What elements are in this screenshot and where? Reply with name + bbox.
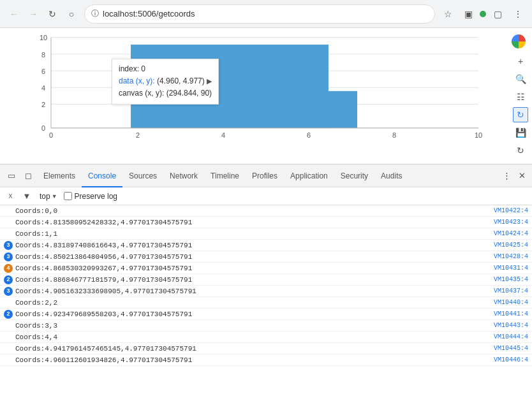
log-source[interactable]: VM10435:4 xyxy=(494,276,528,283)
svg-text:4: 4 xyxy=(221,131,225,139)
table-row: Coords:1,1VM10424:4 xyxy=(0,228,532,240)
table-row: Coords:0,0VM10422:4 xyxy=(0,205,532,217)
log-source[interactable]: VM10444:4 xyxy=(494,333,528,340)
table-row: 2Coords:4.923479689558203,4.977017304575… xyxy=(0,309,532,320)
console-log[interactable]: Coords:0,0VM10422:4Coords:4.813580952428… xyxy=(0,205,532,401)
tab-application[interactable]: Application xyxy=(284,164,334,187)
filter-dropdown[interactable]: top ▼ xyxy=(37,191,60,202)
browser-chrome: ← → ↻ ○ ⓘ localhost:5006/getcoords ☆ ▣ ▢… xyxy=(0,0,532,28)
devtools-header: ▭ ◻ Elements Console Sources Network Tim… xyxy=(0,164,532,187)
chart-toolbar: + 🔍 ☷ ↻ 💾 ↻ xyxy=(513,54,528,158)
log-text: Coords:4.868530320993267,4.9770173045757… xyxy=(15,265,192,272)
log-text: Coords:4.886846777181579,4.9770173045757… xyxy=(15,276,192,284)
log-badge: 3 xyxy=(4,252,13,261)
lock-icon: ⓘ xyxy=(91,8,99,19)
preserve-log-label[interactable]: Preserve log xyxy=(64,192,117,201)
svg-text:2: 2 xyxy=(136,131,140,139)
status-dot xyxy=(480,11,486,17)
log-source[interactable]: VM10440:4 xyxy=(494,299,528,306)
log-badge: 2 xyxy=(4,275,13,284)
inspect-element-button[interactable]: ▭ xyxy=(4,168,19,184)
svg-text:10: 10 xyxy=(475,131,482,139)
log-text: Coords:2,2 xyxy=(15,299,57,307)
address-bar[interactable]: ⓘ localhost:5006/getcoords xyxy=(84,4,435,24)
filter-button[interactable]: ▼ xyxy=(20,190,33,203)
log-badge: 3 xyxy=(4,241,13,250)
settings-icon[interactable]: ☷ xyxy=(513,89,528,105)
table-row: Coords:4,4VM10444:4 xyxy=(0,332,532,343)
log-badge: 4 xyxy=(4,264,13,273)
table-row: 2Coords:4.886846777181579,4.977017304575… xyxy=(0,274,532,286)
log-source[interactable]: VM10443:4 xyxy=(494,322,528,329)
table-row: 3Coords:4.850213864804956,4.977017304575… xyxy=(0,251,532,263)
log-text: Coords:0,0 xyxy=(15,207,57,215)
log-source[interactable]: VM10423:4 xyxy=(494,219,528,226)
forward-button[interactable]: → xyxy=(24,5,42,23)
table-row: Coords:3,3VM10443:4 xyxy=(0,320,532,332)
preserve-log-checkbox[interactable] xyxy=(64,192,72,200)
log-source[interactable]: VM10424:4 xyxy=(494,230,528,237)
chart-svg: 10 8 6 4 2 0 0 2 4 6 8 10 xyxy=(32,34,500,145)
log-source[interactable]: VM10445:4 xyxy=(494,345,528,352)
home-button[interactable]: ○ xyxy=(63,5,80,23)
log-text: Coords:3,3 xyxy=(15,322,57,330)
svg-text:0: 0 xyxy=(41,125,45,133)
save-icon[interactable]: 💾 xyxy=(513,125,528,140)
table-row: Coords:4.813580952428332,4.9770173045757… xyxy=(0,217,532,228)
log-text: Coords:4,4 xyxy=(15,333,57,341)
back-button[interactable]: ← xyxy=(5,5,23,23)
rotate-icon[interactable]: ↻ xyxy=(513,107,528,122)
extension-icon xyxy=(512,34,526,48)
table-row: Coords:4.941796145746514​5,4.97701730457… xyxy=(0,343,532,354)
log-text: Coords:1,1 xyxy=(15,230,57,238)
cast-button[interactable]: ▣ xyxy=(459,5,477,23)
filter-text: top xyxy=(40,192,50,201)
svg-text:8: 8 xyxy=(392,131,396,139)
table-row: Coords:4.960112601934826,4.9770173045757… xyxy=(0,354,532,366)
log-source[interactable]: VM10446:4 xyxy=(494,356,528,363)
log-source[interactable]: VM10428:4 xyxy=(494,253,528,260)
tab-timeline[interactable]: Timeline xyxy=(204,164,246,187)
tab-network[interactable]: Network xyxy=(163,164,204,187)
tab-security[interactable]: Security xyxy=(334,164,374,187)
log-text: Coords:4.905163233​3698905,4.97701730457… xyxy=(15,288,196,295)
log-source[interactable]: VM10422:4 xyxy=(494,207,528,214)
devtools-left-icons: ▭ ◻ xyxy=(3,168,37,184)
table-row: Coords:2,2VM10440:4 xyxy=(0,297,532,309)
table-row: 3Coords:4.905163233​3698905,4.9770173045… xyxy=(0,286,532,297)
log-source[interactable]: VM10437:4 xyxy=(494,288,528,295)
log-badge: 2 xyxy=(4,310,13,319)
clear-console-button[interactable]: ☓ xyxy=(4,190,17,203)
devtools-more-button[interactable]: ⋮ xyxy=(499,168,514,184)
log-text: Coords:4.850213864804956,4.9770173045757… xyxy=(15,253,192,261)
menu-button[interactable]: ⋮ xyxy=(509,5,527,23)
filter-arrow-icon: ▼ xyxy=(52,193,57,200)
svg-text:10: 10 xyxy=(40,34,47,41)
log-source[interactable]: VM10441:4 xyxy=(494,310,528,317)
zoom-in-icon[interactable]: + xyxy=(513,54,528,69)
log-source[interactable]: VM10431:4 xyxy=(494,265,528,272)
svg-text:0: 0 xyxy=(49,131,53,139)
log-text: Coords:4.923479689558203,4.9770173045757… xyxy=(15,310,192,318)
tab-console[interactable]: Console xyxy=(82,164,122,187)
svg-rect-13 xyxy=(131,91,357,128)
svg-text:2: 2 xyxy=(41,101,45,108)
tab-audits[interactable]: Audits xyxy=(374,164,408,187)
log-text: Coords:4.831897408616643,4.9770173045757… xyxy=(15,242,192,249)
log-source[interactable]: VM10425:4 xyxy=(494,242,528,249)
tab-sources[interactable]: Sources xyxy=(122,164,163,187)
log-text: Coords:4.813580952428332,4.9770173045757… xyxy=(15,219,192,226)
svg-text:6: 6 xyxy=(41,68,45,75)
tab-elements[interactable]: Elements xyxy=(37,164,82,187)
profile-button[interactable]: ▢ xyxy=(489,5,506,23)
devtools-close-button[interactable]: ✕ xyxy=(514,168,529,184)
log-text: Coords:4.941796145746514​5,4.97701730457… xyxy=(15,345,196,353)
tab-profiles[interactable]: Profiles xyxy=(246,164,284,187)
refresh-icon[interactable]: ↻ xyxy=(513,143,528,158)
reload-button[interactable]: ↻ xyxy=(43,5,61,23)
log-text: Coords:4.960112601934826,4.9770173045757… xyxy=(15,356,192,364)
search-icon[interactable]: 🔍 xyxy=(513,71,528,87)
device-toggle-button[interactable]: ◻ xyxy=(20,168,36,184)
bookmark-button[interactable]: ☆ xyxy=(439,5,457,23)
preserve-log-text: Preserve log xyxy=(75,192,117,201)
